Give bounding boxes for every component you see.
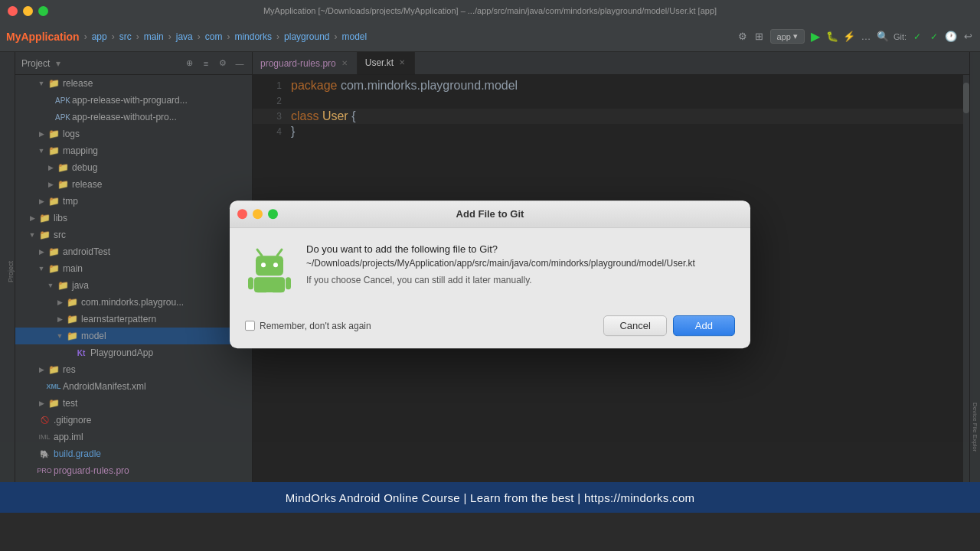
maximize-button[interactable] — [38, 6, 48, 16]
breadcrumb-main[interactable]: main — [144, 31, 164, 42]
remember-label: Remember, don't ask again — [260, 321, 371, 331]
breadcrumb-mindorks[interactable]: mindorks — [234, 31, 272, 42]
git-label: Git: — [893, 32, 906, 41]
window-title: MyApplication [~/Downloads/projects/MyAp… — [263, 6, 717, 15]
dialog-close-btn[interactable] — [237, 209, 247, 219]
bottom-banner: MindOrks Android Online Course | Learn f… — [0, 482, 980, 513]
dialog-title: Add File to Git — [456, 208, 524, 220]
breadcrumb-src[interactable]: src — [119, 31, 132, 42]
svg-line-0 — [257, 249, 262, 256]
structure-icon[interactable]: ⊞ — [753, 31, 766, 43]
run-config-btn[interactable]: app ▾ — [770, 29, 805, 44]
more-icon[interactable]: … — [860, 31, 872, 43]
dialog-body: Do you want to add the following file to… — [230, 228, 750, 308]
breadcrumb-java[interactable]: java — [176, 31, 193, 42]
dialog-min-btn[interactable] — [253, 209, 263, 219]
run-icon[interactable]: ▶ — [809, 31, 822, 43]
dialog-max-btn[interactable] — [268, 209, 278, 219]
breadcrumb-com[interactable]: com — [205, 31, 223, 42]
project-name: MyApplication — [6, 31, 80, 43]
dialog-footer: Remember, don't ask again Cancel Add — [230, 308, 750, 348]
cancel-button[interactable]: Cancel — [603, 315, 666, 336]
window-traffic-lights[interactable] — [8, 6, 48, 16]
dropdown-icon: ▾ — [793, 31, 798, 41]
dialog-main-text: Do you want to add the following file to… — [306, 243, 735, 255]
minimize-button[interactable] — [23, 6, 33, 16]
rollback-icon[interactable]: ↩ — [962, 31, 974, 43]
git-tick-icon[interactable]: ✓ — [928, 31, 940, 43]
svg-line-1 — [277, 249, 282, 256]
svg-point-2 — [261, 262, 266, 267]
profile-icon[interactable]: ⚡ — [843, 31, 855, 43]
close-button[interactable] — [8, 6, 18, 16]
dialog-file-path: ~/Downloads/projects/MyApplication/app/s… — [306, 258, 735, 269]
dialog-text-content: Do you want to add the following file to… — [306, 243, 735, 285]
svg-rect-5 — [248, 277, 253, 289]
dialog-title-bar: Add File to Git — [230, 201, 750, 228]
breadcrumb-app[interactable]: app — [92, 31, 107, 42]
add-to-git-dialog: Add File to Git — [230, 201, 750, 348]
add-button[interactable]: Add — [673, 315, 735, 336]
breadcrumb-model[interactable]: model — [341, 31, 367, 42]
debug-icon[interactable]: 🐛 — [826, 31, 838, 43]
history-icon[interactable]: 🕐 — [945, 31, 957, 43]
run-config-label: app — [777, 32, 791, 41]
toolbar: MyApplication › app › src › main › java … — [0, 21, 980, 52]
svg-point-3 — [273, 262, 278, 267]
dialog-traffic-lights — [237, 209, 278, 219]
git-check-icon[interactable]: ✓ — [911, 31, 923, 43]
sync-icon[interactable]: ⚙ — [737, 31, 749, 43]
banner-text: MindOrks Android Online Course | Learn f… — [286, 491, 695, 504]
remember-checkbox[interactable] — [245, 321, 255, 331]
android-icon — [245, 243, 294, 295]
svg-rect-6 — [286, 277, 291, 289]
remember-row: Remember, don't ask again — [245, 321, 371, 331]
toolbar-actions: ⚙ ⊞ app ▾ ▶ 🐛 ⚡ … 🔍 Git: ✓ ✓ 🕐 ↩ — [737, 29, 974, 44]
breadcrumb-playground[interactable]: playground — [284, 31, 329, 42]
search-icon[interactable]: 🔍 — [877, 31, 889, 43]
title-bar: MyApplication [~/Downloads/projects/MyAp… — [0, 0, 980, 21]
dialog-sub-text: If you choose Cancel, you can still add … — [306, 275, 735, 285]
svg-rect-4 — [254, 277, 285, 292]
dialog-buttons: Cancel Add — [603, 315, 735, 336]
breadcrumb-sep-1: › — [84, 31, 87, 42]
